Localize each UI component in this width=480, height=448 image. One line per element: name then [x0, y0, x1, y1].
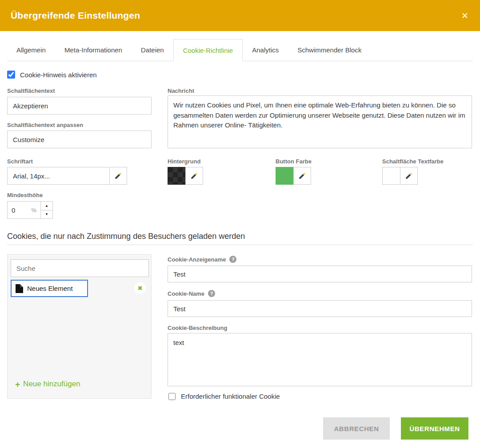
min-height-label: Mindesthöhe	[7, 192, 43, 198]
font-edit-button[interactable]	[109, 167, 127, 185]
file-icon	[16, 284, 23, 293]
dialog-title: Übergreifende Einstellungen	[0, 10, 140, 21]
background-color-swatch[interactable]	[168, 167, 186, 185]
button-text-color-label: Schaltfläche Textfarbe	[382, 158, 444, 165]
min-height-stepper: ▲ ▼	[40, 201, 53, 219]
help-icon[interactable]: ?	[229, 256, 236, 263]
tab-analytics[interactable]: Analytics	[243, 39, 288, 61]
tab-schwimmender-block[interactable]: Schwimmender Block	[288, 39, 371, 61]
dialog-header: Übergreifende Einstellungen ✕	[0, 0, 480, 31]
message-textarea[interactable]: Wir nutzen Cookies und Pixel, um Ihnen e…	[168, 95, 472, 148]
pencil-icon	[114, 172, 122, 180]
cookie-list-item[interactable]: Neues Element	[11, 280, 88, 297]
font-label: Schriftart	[7, 158, 33, 165]
font-input[interactable]	[7, 167, 110, 185]
pencil-icon	[298, 172, 306, 180]
tab-dateien[interactable]: Dateien	[132, 39, 173, 61]
background-edit-button[interactable]	[185, 167, 203, 185]
section-divider	[7, 245, 473, 245]
required-cookie-row: Erforderlicher funktionaler Cookie	[168, 392, 280, 400]
display-name-label: Cookie-Anzeigename	[168, 256, 226, 263]
cookie-item-label: Neues Element	[27, 285, 73, 292]
close-icon[interactable]: ✕	[461, 12, 468, 20]
customize-text-label: Schaltflächentext anpassen	[7, 122, 83, 128]
min-height-unit: %	[31, 207, 36, 214]
stepper-down-icon[interactable]: ▼	[40, 210, 53, 219]
button-color-swatch[interactable]	[276, 167, 294, 185]
cancel-button[interactable]: ABBRECHEN	[323, 417, 390, 440]
description-textarea[interactable]: text	[168, 333, 472, 386]
add-new-cookie-link[interactable]: + Neue hinzufügen	[15, 380, 80, 389]
background-control	[168, 167, 203, 185]
tab-cookie-richtlinie[interactable]: Cookie-Richtlinie	[173, 39, 243, 61]
background-label: Hintergrund	[168, 158, 200, 165]
stepper-up-icon[interactable]: ▲	[40, 201, 53, 210]
description-label: Cookie-Beschreibung	[168, 325, 227, 331]
cookie-name-label-row: Cookie-Name ?	[168, 290, 215, 297]
tab-allgemein[interactable]: Allgemein	[7, 39, 55, 61]
cookie-notice-enable-row: Cookie-Hinweis aktivieren	[7, 71, 97, 79]
min-height-input[interactable]: 0 %	[7, 201, 41, 219]
button-text-color-swatch[interactable]	[382, 167, 400, 185]
cookie-list-panel: Neues Element ✖ + Neue hinzufügen	[7, 254, 152, 399]
button-text-color-edit-button[interactable]	[400, 167, 418, 185]
help-icon[interactable]: ?	[208, 290, 215, 297]
display-name-label-row: Cookie-Anzeigename ?	[168, 256, 236, 263]
message-label: Nachricht	[168, 87, 194, 94]
cookie-notice-enable-label: Cookie-Hinweis aktivieren	[20, 71, 97, 79]
plus-icon: +	[15, 380, 20, 389]
button-color-control	[276, 167, 311, 185]
button-text-input[interactable]	[7, 97, 152, 115]
cookie-name-label: Cookie-Name	[168, 290, 204, 297]
pencil-icon	[190, 172, 198, 180]
button-color-label: Button Farbe	[276, 158, 312, 165]
apply-button[interactable]: ÜBERNEHMEN	[401, 417, 468, 440]
min-height-control: 0 % ▲ ▼	[7, 201, 53, 219]
min-height-value: 0	[12, 206, 15, 214]
required-cookie-label: Erforderlicher funktionaler Cookie	[181, 392, 280, 400]
button-text-color-control	[382, 167, 418, 185]
remove-icon: ✖	[137, 285, 143, 292]
cookies-section-heading: Cookies, die nur nach Zustimmung des Bes…	[7, 232, 245, 241]
required-cookie-checkbox[interactable]	[168, 393, 176, 400]
button-text-label: Schaltflächentext	[7, 87, 55, 94]
cookie-notice-enable-checkbox[interactable]	[7, 71, 15, 79]
customize-text-input[interactable]	[7, 131, 152, 148]
button-color-edit-button[interactable]	[293, 167, 311, 185]
tab-meta-informationen[interactable]: Meta-Informationen	[55, 39, 132, 61]
pencil-icon	[405, 172, 413, 180]
search-input[interactable]	[11, 259, 149, 277]
cookie-name-input[interactable]	[168, 300, 472, 317]
remove-cookie-button[interactable]: ✖	[134, 282, 146, 294]
display-name-input[interactable]	[168, 266, 472, 282]
settings-dialog: Übergreifende Einstellungen ✕ Allgemein …	[0, 0, 480, 448]
font-control	[7, 167, 127, 185]
tab-bar: Allgemein Meta-Informationen Dateien Coo…	[7, 39, 473, 61]
add-new-label: Neue hinzufügen	[23, 380, 80, 389]
